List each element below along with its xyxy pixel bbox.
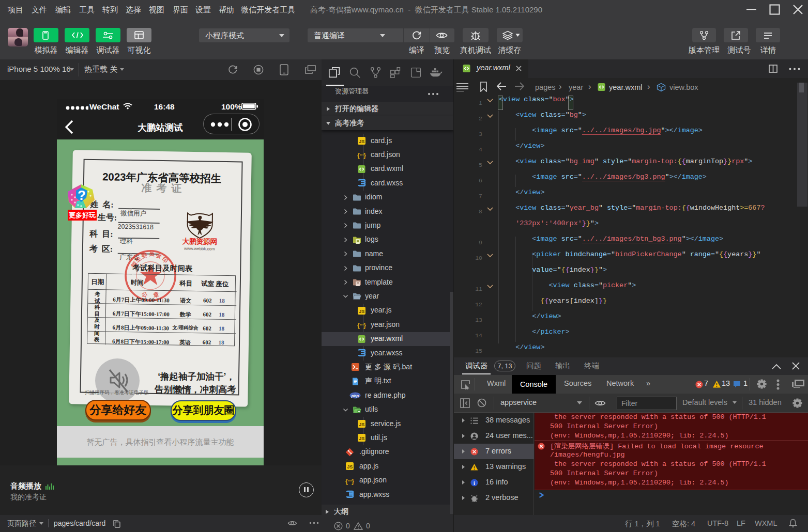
svg-text:?: ?: [78, 187, 86, 203]
svg-text:员: 员: [149, 251, 155, 257]
svg-text:会: 会: [155, 252, 163, 260]
svg-text:i: i: [474, 480, 475, 486]
svg-text:委: 委: [140, 252, 148, 260]
